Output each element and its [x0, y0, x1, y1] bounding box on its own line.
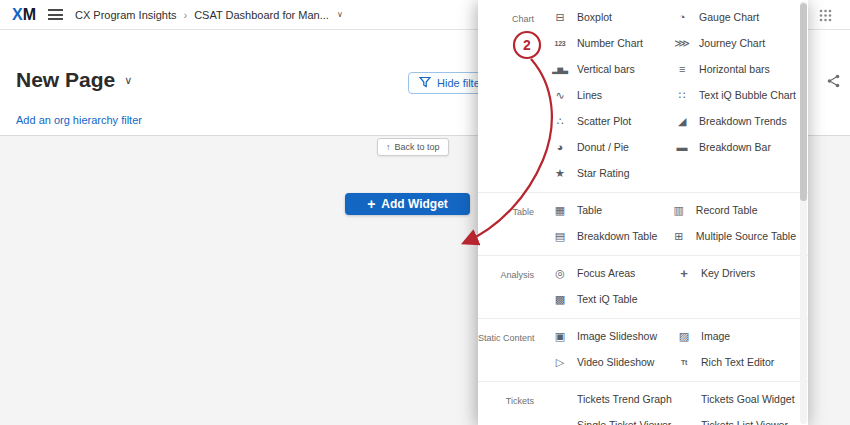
video-slideshow-icon: ▷	[552, 357, 568, 368]
plus-icon: +	[367, 197, 375, 211]
menu-item-record-table[interactable]: ▥Record Table	[667, 197, 796, 223]
menu-item-gauge-chart[interactable]: ◔Gauge Chart	[670, 4, 796, 30]
xm-logo[interactable]: XM	[12, 7, 36, 23]
menu-item-label: Text iQ Bubble Chart	[699, 89, 796, 101]
menu-item-journey-chart[interactable]: ⋙Journey Chart	[670, 30, 796, 56]
add-widget-label: Add Widget	[381, 197, 448, 211]
menu-item-label: Image	[701, 330, 730, 342]
menu-item-vertical-bars[interactable]: ▂▆▃Vertical bars	[548, 56, 670, 82]
menu-item-label: Single Ticket Viewer	[577, 419, 671, 425]
focus-areas-icon: ◎	[552, 268, 568, 279]
menu-item-label: Gauge Chart	[699, 11, 759, 23]
page-title: New Page ∨	[16, 68, 132, 92]
menu-item-label: Breakdown Trends	[699, 115, 787, 127]
menu-item-label: Tickets Trend Graph	[577, 393, 672, 405]
menu-item-label: Journey Chart	[699, 37, 765, 49]
menu-item-key-drivers[interactable]: +Key Drivers	[672, 260, 796, 286]
menu-section-analysis: Analysis ◎Focus Areas +Key Drivers ▩Text…	[478, 256, 808, 319]
menu-item-table[interactable]: ▦Table	[548, 197, 667, 223]
breadcrumb-dashboard[interactable]: CSAT Dashboard for Man...	[194, 9, 329, 21]
xm-logo-m: M	[23, 6, 36, 23]
menu-item-label: Tickets Goal Widget	[701, 393, 795, 405]
menu-item-tickets-list-viewer[interactable]: Tickets List Viewer	[672, 412, 796, 425]
vertical-bars-icon: ▂▆▃	[552, 66, 568, 73]
share-icon[interactable]	[827, 74, 840, 92]
menu-item-breakdown-table[interactable]: ▤Breakdown Table	[548, 223, 667, 249]
menu-item-tickets-trend-graph[interactable]: Tickets Trend Graph	[548, 386, 672, 412]
menu-item-label: Breakdown Table	[577, 230, 657, 242]
menu-item-donut-pie[interactable]: ◕Donut / Pie	[548, 134, 670, 160]
menu-item-number-chart[interactable]: 123Number Chart	[548, 30, 670, 56]
menu-item-label: Text iQ Table	[577, 293, 638, 305]
number-chart-icon: 123	[552, 40, 568, 47]
menu-item-breakdown-bar[interactable]: ▬Breakdown Bar	[670, 134, 796, 160]
breadcrumb-separator: ›	[183, 9, 187, 21]
page-title-text: New Page	[16, 68, 115, 92]
breakdown-bar-icon: ▬	[674, 142, 690, 153]
menu-item-boxplot[interactable]: ⊟Boxplot	[548, 4, 670, 30]
menu-item-label: Image Slideshow	[577, 330, 657, 342]
menu-item-label: Donut / Pie	[577, 141, 629, 153]
xm-logo-x: X	[12, 6, 23, 23]
menu-item-image-slideshow[interactable]: ▣Image Slideshow	[548, 323, 672, 349]
breakdown-table-icon: ▤	[552, 231, 568, 242]
menu-item-multiple-source-table[interactable]: ⊞Multiple Source Table	[667, 223, 796, 249]
breakdown-trends-icon: ◢	[674, 116, 690, 127]
menu-item-label: Record Table	[696, 204, 758, 216]
menu-item-video-slideshow[interactable]: ▷Video Slideshow	[548, 349, 672, 375]
hamburger-menu-icon[interactable]	[48, 9, 63, 20]
menu-item-rich-text-editor[interactable]: TtRich Text Editor	[672, 349, 796, 375]
page-title-chevron-icon[interactable]: ∨	[124, 74, 132, 87]
app-launcher-icon[interactable]	[819, 8, 832, 26]
menu-item-label: Horizontal bars	[699, 63, 770, 75]
star-rating-icon: ★	[552, 168, 568, 179]
menu-item-tickets-goal-widget[interactable]: Tickets Goal Widget	[672, 386, 796, 412]
breadcrumb: CX Program Insights › CSAT Dashboard for…	[75, 9, 343, 21]
image-slideshow-icon: ▣	[552, 331, 568, 342]
menu-item-label: Star Rating	[577, 167, 630, 179]
menu-item-single-ticket-viewer[interactable]: Single Ticket Viewer	[548, 412, 672, 425]
back-to-top-label: Back to top	[395, 142, 440, 152]
text-iq-table-icon: ▩	[552, 294, 568, 305]
gauge-chart-icon: ◔	[674, 12, 690, 23]
menu-item-horizontal-bars[interactable]: ≡Horizontal bars	[670, 56, 796, 82]
chevron-down-icon[interactable]: ∨	[337, 10, 343, 19]
menu-item-label: Rich Text Editor	[701, 356, 774, 368]
menu-item-label: Lines	[577, 89, 602, 101]
menu-item-scatter-plot[interactable]: ∴Scatter Plot	[548, 108, 670, 134]
back-to-top-button[interactable]: ↑ Back to top	[377, 138, 449, 156]
add-widget-button[interactable]: + Add Widget	[345, 193, 470, 215]
journey-chart-icon: ⋙	[674, 38, 690, 49]
table-items: ▦Table ▥Record Table ▤Breakdown Table ⊞M…	[548, 197, 796, 249]
analysis-items: ◎Focus Areas +Key Drivers ▩Text iQ Table	[548, 260, 796, 312]
chart-items: ⊟Boxplot ◔Gauge Chart 123Number Chart ⋙J…	[548, 4, 796, 186]
menu-section-chart: Chart ⊟Boxplot ◔Gauge Chart 123Number Ch…	[478, 0, 808, 193]
menu-item-lines[interactable]: ∿Lines	[548, 82, 670, 108]
lines-icon: ∿	[552, 90, 568, 101]
menu-item-focus-areas[interactable]: ◎Focus Areas	[548, 260, 672, 286]
scrollbar-thumb[interactable]	[800, 3, 807, 201]
section-label-static-content: Static Content	[478, 323, 548, 375]
multiple-source-table-icon: ⊞	[671, 231, 687, 242]
rich-text-editor-icon: Tt	[676, 359, 692, 366]
donut-pie-icon: ◕	[552, 142, 568, 153]
menu-item-label: Key Drivers	[701, 267, 755, 279]
arrow-up-icon: ↑	[386, 142, 391, 152]
menu-section-static-content: Static Content ▣Image Slideshow ▨Image ▷…	[478, 319, 808, 382]
menu-item-label: Table	[577, 204, 602, 216]
menu-item-text-iq-bubble-chart[interactable]: ∷Text iQ Bubble Chart	[670, 82, 796, 108]
tickets-items: Tickets Trend Graph Tickets Goal Widget …	[548, 386, 796, 425]
menu-item-image[interactable]: ▨Image	[672, 323, 796, 349]
menu-item-text-iq-table[interactable]: ▩Text iQ Table	[548, 286, 672, 312]
menu-item-label: Number Chart	[577, 37, 643, 49]
menu-item-breakdown-trends[interactable]: ◢Breakdown Trends	[670, 108, 796, 134]
org-hierarchy-filter-link[interactable]: Add an org hierarchy filter	[16, 114, 142, 126]
section-label-tickets: Tickets	[478, 386, 548, 425]
section-label-analysis: Analysis	[478, 260, 548, 312]
menu-item-label: Breakdown Bar	[699, 141, 771, 153]
breadcrumb-project[interactable]: CX Program Insights	[75, 9, 176, 21]
menu-item-label: Vertical bars	[577, 63, 635, 75]
menu-item-star-rating[interactable]: ★Star Rating	[548, 160, 670, 186]
menu-item-label: Tickets List Viewer	[701, 419, 788, 425]
scrollbar-track[interactable]	[800, 1, 807, 424]
